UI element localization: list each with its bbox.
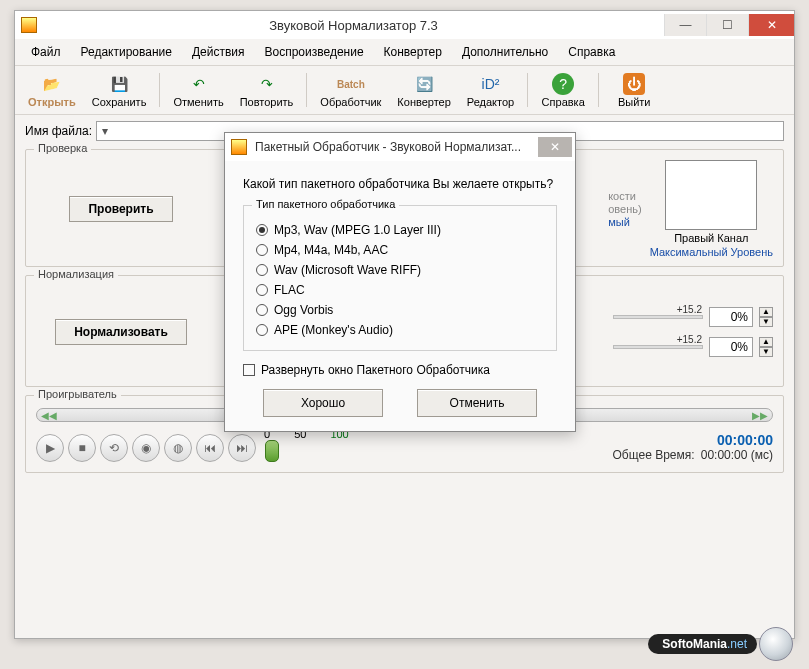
- open-folder-icon: 📂: [41, 73, 63, 95]
- menu-edit[interactable]: Редактирование: [71, 42, 182, 62]
- loop-button[interactable]: ◍: [164, 434, 192, 462]
- menu-playback[interactable]: Воспроизведение: [255, 42, 374, 62]
- menu-converter[interactable]: Конвертер: [374, 42, 452, 62]
- window-title: Звуковой Нормализатор 7.3: [43, 18, 664, 33]
- redo-arrow-icon: ↷: [256, 73, 278, 95]
- share-button[interactable]: ⟲: [100, 434, 128, 462]
- behind-text: овень): [608, 203, 641, 215]
- menu-file[interactable]: Файл: [21, 42, 71, 62]
- chevron-down-icon: ▾: [97, 124, 113, 138]
- exit-button[interactable]: ⏻ Выйти: [605, 70, 663, 110]
- help-icon: ?: [552, 73, 574, 95]
- badge-pill: SoftoMania.net: [648, 634, 757, 654]
- dialog-titlebar: Пакетный Обработчик - Звуковой Нормализа…: [225, 133, 575, 161]
- behind-text: мый: [608, 216, 641, 228]
- behind-text: кости: [608, 190, 641, 202]
- prev-button[interactable]: ⏮: [196, 434, 224, 462]
- radio-mp3-wav[interactable]: Mp3, Wav (MPEG 1.0 Layer III): [256, 220, 544, 240]
- save-floppy-icon: 💾: [108, 73, 130, 95]
- gain-value[interactable]: 0%: [709, 307, 753, 327]
- separator: [159, 73, 160, 107]
- seek-left-icon: ◀◀: [41, 410, 57, 421]
- titlebar: Звуковой Нормализатор 7.3 — ☐ ✕: [15, 11, 794, 39]
- channel-label: Правый Канал: [674, 232, 748, 244]
- check-button[interactable]: Проверить: [69, 196, 172, 222]
- robot-icon: [759, 627, 793, 661]
- dialog-title: Пакетный Обработчик - Звуковой Нормализа…: [253, 140, 538, 154]
- record-button[interactable]: ◉: [132, 434, 160, 462]
- batch-icon: Batch: [340, 73, 362, 95]
- file-label: Имя файла:: [25, 124, 92, 138]
- expand-checkbox-row[interactable]: Развернуть окно Пакетного Обработчика: [243, 363, 557, 377]
- radio-ape[interactable]: APE (Monkey's Audio): [256, 320, 544, 340]
- menu-actions[interactable]: Действия: [182, 42, 255, 62]
- radio-mp4-aac[interactable]: Mp4, M4a, M4b, AAC: [256, 240, 544, 260]
- exit-power-icon: ⏻: [623, 73, 645, 95]
- checkbox-icon: [243, 364, 255, 376]
- gain-value-2[interactable]: 0%: [709, 337, 753, 357]
- seek-right-icon: ▶▶: [752, 410, 768, 421]
- toolbar: 📂 Открыть 💾 Сохранить ↶ Отменить ↷ Повто…: [15, 66, 794, 115]
- dialog-icon: [231, 139, 247, 155]
- editor-icon: iD²: [480, 73, 502, 95]
- batch-type-group: Тип пакетного обработчика Mp3, Wav (MPEG…: [243, 205, 557, 351]
- separator: [598, 73, 599, 107]
- undo-arrow-icon: ↶: [188, 73, 210, 95]
- radio-icon: [256, 244, 268, 256]
- radio-icon: [256, 224, 268, 236]
- menu-help[interactable]: Справка: [558, 42, 625, 62]
- radio-ogg[interactable]: Ogg Vorbis: [256, 300, 544, 320]
- undo-button[interactable]: ↶ Отменить: [166, 70, 230, 110]
- stop-button[interactable]: ■: [68, 434, 96, 462]
- right-channel-block: Правый Канал Максимальный Уровень: [650, 160, 773, 258]
- separator: [527, 73, 528, 107]
- check-group-label: Проверка: [34, 142, 91, 154]
- radio-wav-riff[interactable]: Wav (Microsoft Wave RIFF): [256, 260, 544, 280]
- normalize-button[interactable]: Нормализовать: [55, 319, 187, 345]
- save-button[interactable]: 💾 Сохранить: [85, 70, 154, 110]
- batch-dialog: Пакетный Обработчик - Звуковой Нормализа…: [224, 132, 576, 432]
- maximize-button[interactable]: ☐: [706, 14, 748, 36]
- play-button[interactable]: ▶: [36, 434, 64, 462]
- volume-knob[interactable]: [265, 440, 279, 462]
- editor-button[interactable]: iD² Редактор: [460, 70, 521, 110]
- gain-spinner[interactable]: ▲▼: [759, 307, 773, 327]
- dialog-close-button[interactable]: ✕: [538, 137, 572, 157]
- separator: [306, 73, 307, 107]
- open-button[interactable]: 📂 Открыть: [21, 70, 83, 110]
- radio-icon: [256, 264, 268, 276]
- player-group-label: Проигрыватель: [34, 388, 121, 400]
- menubar: Файл Редактирование Действия Воспроизвед…: [15, 39, 794, 66]
- help-button[interactable]: ? Справка: [534, 70, 592, 110]
- converter-button[interactable]: 🔄 Конвертер: [390, 70, 457, 110]
- close-button[interactable]: ✕: [748, 14, 794, 36]
- minimize-button[interactable]: —: [664, 14, 706, 36]
- softomania-badge: SoftoMania.net: [648, 627, 793, 661]
- dialog-question: Какой тип пакетного обработчика Вы желае…: [243, 177, 557, 191]
- dialog-ok-button[interactable]: Хорошо: [263, 389, 383, 417]
- batch-type-label: Тип пакетного обработчика: [252, 198, 399, 210]
- player-controls: ▶ ■ ⟲ ◉ ◍ ⏮ ⏭: [36, 434, 256, 462]
- redo-button[interactable]: ↷ Повторить: [233, 70, 301, 110]
- converter-icon: 🔄: [413, 73, 435, 95]
- time-display: 00:00:00 Общее Время: 00:00:00 (мс): [613, 432, 773, 462]
- dialog-cancel-button[interactable]: Отменить: [417, 389, 537, 417]
- gain-slider[interactable]: +15.2: [613, 315, 703, 319]
- time-elapsed: 00:00:00: [613, 432, 773, 448]
- radio-icon: [256, 304, 268, 316]
- batch-button[interactable]: Batch Обработчик: [313, 70, 388, 110]
- radio-flac[interactable]: FLAC: [256, 280, 544, 300]
- app-icon: [21, 17, 37, 33]
- gain-spinner-2[interactable]: ▲▼: [759, 337, 773, 357]
- next-button[interactable]: ⏭: [228, 434, 256, 462]
- radio-icon: [256, 324, 268, 336]
- normalize-group-label: Нормализация: [34, 268, 118, 280]
- channel-waveform-box: [665, 160, 757, 230]
- normalize-sliders: +15.2 0% ▲▼ +15.2 0% ▲▼: [613, 307, 773, 357]
- channel-level: Максимальный Уровень: [650, 246, 773, 258]
- radio-icon: [256, 284, 268, 296]
- gain-slider-2[interactable]: +15.2: [613, 345, 703, 349]
- menu-additional[interactable]: Дополнительно: [452, 42, 558, 62]
